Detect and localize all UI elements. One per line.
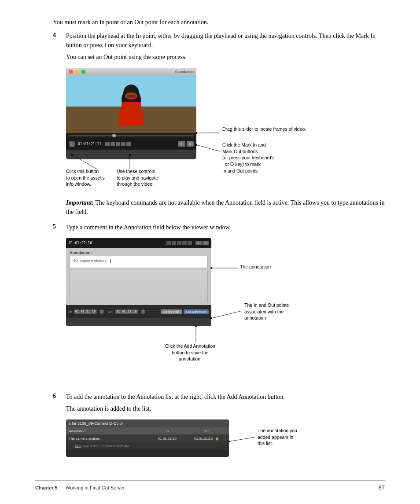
in-label: In: bbox=[69, 310, 72, 313]
clear-fields-button[interactable]: Clear Fields bbox=[161, 309, 181, 314]
rider-svg bbox=[66, 76, 196, 133]
lock-icon-row1: 🔒 bbox=[215, 437, 219, 440]
col-in-header: In bbox=[147, 429, 187, 433]
ss2-prev-btn bbox=[166, 241, 171, 245]
important-block: Important: The keyboard commands are not… bbox=[66, 198, 385, 217]
row2-date: Sam on Feb 15, 2008 9:06:25 AM bbox=[82, 445, 129, 448]
next-frame-btn bbox=[126, 142, 131, 146]
close-btn-icon bbox=[69, 70, 73, 74]
step-5-text: Type a comment in the Annotation field b… bbox=[66, 223, 385, 232]
ss2-mark-in: I bbox=[195, 241, 202, 245]
row1-out: 01:01:21:16 🔒 bbox=[187, 437, 227, 441]
out-lock-icon bbox=[141, 309, 145, 314]
controls-bar: ⓘ 01:01:21:11 I bbox=[66, 138, 196, 150]
ff-btn bbox=[121, 142, 125, 146]
row1-in: 01:01:21:10 bbox=[147, 437, 187, 441]
important-text: The keyboard commands are not available … bbox=[66, 199, 384, 215]
slider-thumb bbox=[112, 134, 116, 137]
page-footer: Chapter 5 Working in Final Cut Server 87 bbox=[35, 480, 385, 491]
ss2-topbar: 01:01:21:16 I O bbox=[66, 238, 211, 248]
ss2-annotation-text: The camera shakes. bbox=[72, 259, 108, 263]
add-annotation-button[interactable]: Add Annotation bbox=[184, 309, 209, 314]
ss2-play-btn bbox=[177, 241, 181, 245]
screenshot3-area: s for 3136_09-Camera D-Color Annotation … bbox=[66, 419, 374, 472]
screenshot2-window: 01:01:21:16 I O bbox=[66, 238, 211, 326]
step-4-block: 4 Position the playhead at the In point,… bbox=[53, 31, 385, 191]
svg-line-18 bbox=[211, 311, 242, 318]
step-6-content: To add the annotation to the Annotation … bbox=[66, 392, 385, 478]
ss3-title-bar: s for 3136_09-Camera D-Color bbox=[66, 419, 229, 427]
screenshot3-window: s for 3136_09-Camera D-Color Annotation … bbox=[66, 419, 229, 457]
step-6-number: 6 bbox=[53, 392, 66, 400]
ss2-list-bg bbox=[70, 270, 207, 303]
callout-mark-label: Click the Mark In andMark Out buttons(or… bbox=[222, 142, 274, 174]
info-icon: ⓘ bbox=[70, 142, 74, 147]
callout-annotation-label: The annotation bbox=[240, 264, 271, 270]
play-btn bbox=[116, 142, 120, 146]
footer-left: Chapter 5 Working in Final Cut Server bbox=[35, 485, 125, 490]
ss2-bottom-bar: In: 01:01:21:10 Out: 01:01:21:16 Clear F… bbox=[66, 305, 211, 318]
ss2-annotation-field: The camera shakes. bbox=[70, 256, 208, 268]
timecode-display: 01:01:21:11 bbox=[78, 142, 101, 146]
out-timecode: 01:01:21:16 bbox=[115, 309, 138, 314]
step-4-number: 4 bbox=[53, 31, 66, 39]
step-6-text1: To add the annotation to the Annotation … bbox=[66, 392, 385, 401]
ss2-mark-out: O bbox=[203, 241, 209, 245]
rewind-btn bbox=[111, 142, 115, 146]
col-out-header: Out bbox=[187, 429, 227, 433]
callout-inout-label: The In and Out pointsassociated with the… bbox=[244, 302, 289, 321]
svg-line-10 bbox=[196, 145, 220, 151]
page-number: 87 bbox=[379, 484, 385, 491]
maximize-btn-icon bbox=[81, 70, 85, 74]
in-lock-icon bbox=[99, 309, 104, 314]
step-6-block: 6 To add the annotation to the Annotatio… bbox=[53, 392, 385, 478]
table-row-1: The camera shakes. 01:01:21:10 01:01:21:… bbox=[66, 434, 229, 442]
screenshot1-area: Annotation bbox=[66, 68, 326, 178]
slider-bar bbox=[66, 133, 196, 138]
screenshot1-window: Annotation bbox=[66, 68, 196, 159]
minimize-btn-icon bbox=[75, 70, 79, 74]
info-button: ⓘ bbox=[69, 141, 75, 147]
ss2-mark-btns: I O bbox=[195, 241, 209, 245]
win-titlebar: Annotation bbox=[66, 68, 196, 76]
step-4-text1: Position the playhead at the In point, e… bbox=[66, 31, 385, 50]
sam-link[interactable]: Sam bbox=[75, 444, 81, 447]
callout-slider-label: Drag this slider to locate frames of vid… bbox=[222, 126, 306, 132]
out-label: Out: bbox=[107, 310, 113, 313]
col-annotation-header: Annotation bbox=[69, 429, 147, 433]
footer-title: Working in Final Cut Server bbox=[66, 485, 125, 490]
intro-paragraph: You must mark an In point or an Out poin… bbox=[53, 18, 385, 27]
row1-annotation: The camera shakes. bbox=[69, 437, 147, 441]
svg-rect-4 bbox=[119, 111, 144, 126]
important-label: Important: bbox=[66, 199, 94, 206]
callout-list-label: The annotation youadded appears inthis l… bbox=[258, 427, 297, 447]
step-5-number: 5 bbox=[53, 223, 66, 230]
mark-buttons: I O bbox=[178, 141, 194, 147]
prev-frame-btn bbox=[105, 142, 110, 146]
page: You must mark an In point or an Out poin… bbox=[0, 0, 420, 504]
screenshot2-area: 01:01:21:16 I O bbox=[66, 238, 374, 357]
window-title: Annotation bbox=[87, 70, 194, 74]
step-5-block: 5 Type a comment in the Annotation field… bbox=[53, 223, 385, 366]
cursor-indicator bbox=[109, 259, 111, 263]
step-4-content: Position the playhead at the In point, e… bbox=[66, 31, 385, 191]
svg-rect-7 bbox=[127, 95, 136, 98]
step-4-text2: You can set an Out point using the same … bbox=[66, 52, 385, 62]
footer-chapter: Chapter 5 bbox=[35, 485, 58, 490]
ss2-rew-btn bbox=[172, 241, 176, 245]
footer-spacer bbox=[59, 485, 64, 490]
ss2-controls bbox=[166, 241, 192, 245]
ss2-timecode: 01:01:21:16 bbox=[69, 241, 92, 245]
ss2-action-btns: Clear Fields Add Annotation bbox=[161, 309, 209, 314]
table-row-sub: ↳ Sam Sam on Feb 15, 2008 9:06:25 AM bbox=[66, 442, 229, 449]
ss3-title-text: s for 3136_09-Camera D-Color bbox=[69, 421, 123, 426]
video-slider bbox=[69, 135, 194, 136]
step-5-content: Type a comment in the Annotation field b… bbox=[66, 223, 385, 366]
callout-controls-label: Use these controlsto play and navigateth… bbox=[117, 168, 169, 188]
in-timecode: 01:01:21:10 bbox=[74, 309, 97, 314]
ss2-ff-btn bbox=[182, 241, 187, 245]
callout-info-label: Click this buttonto open the asset'sinfo… bbox=[66, 168, 114, 188]
mark-out-btn: O bbox=[187, 141, 194, 147]
callout-add-label: Click the Add Annotationbutton to save t… bbox=[165, 343, 215, 362]
ss2-next-btn bbox=[188, 241, 192, 245]
